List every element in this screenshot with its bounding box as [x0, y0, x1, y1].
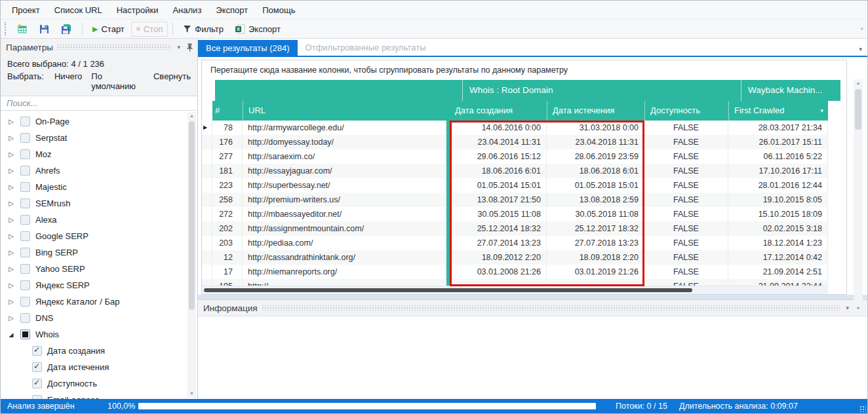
- checkbox[interactable]: [20, 248, 30, 257]
- expander-icon[interactable]: ▷: [7, 118, 15, 125]
- column-header-availability[interactable]: Доступность: [644, 101, 728, 121]
- tree-item[interactable]: ▷On-Page: [1, 113, 197, 130]
- column-header-url[interactable]: URL: [243, 101, 446, 121]
- panel-splitter[interactable]: [198, 295, 867, 299]
- panel-drag-texture[interactable]: [57, 45, 172, 50]
- expander-icon[interactable]: ◢: [7, 331, 15, 338]
- expander-icon[interactable]: ▷: [7, 216, 15, 223]
- checkbox[interactable]: [20, 166, 30, 176]
- tree-item[interactable]: ▷Serpstat: [1, 130, 197, 146]
- expander-icon[interactable]: ▷: [7, 200, 15, 207]
- tree-item[interactable]: ▷Yahoo SERP: [1, 261, 197, 277]
- horizontal-scrollbar[interactable]: [202, 286, 828, 294]
- checkbox[interactable]: [20, 117, 30, 126]
- expander-icon[interactable]: ▷: [7, 183, 15, 191]
- checkbox[interactable]: [20, 215, 30, 225]
- column-header-date-expires[interactable]: Дата истечения: [547, 101, 644, 121]
- tree-item[interactable]: Дата истечения: [1, 359, 197, 375]
- table-row[interactable]: 272http://mbaessayeditor.net/30.05.2015 …: [202, 207, 828, 221]
- tree-item[interactable]: Email-адреса: [1, 392, 197, 399]
- tree-item[interactable]: ▷Google SERP: [1, 228, 197, 244]
- column-header-first-crawled[interactable]: First Crawled ▾: [728, 101, 828, 121]
- expander-icon[interactable]: ▷: [7, 134, 15, 141]
- pin-icon[interactable]: [186, 43, 193, 52]
- grid-vertical-scrollbar[interactable]: ▲ ▼: [854, 79, 863, 312]
- expander-icon[interactable]: ▷: [7, 233, 15, 240]
- checkbox[interactable]: [20, 149, 30, 159]
- checkbox[interactable]: [20, 198, 30, 208]
- toolbar-grip-handle[interactable]: [5, 22, 7, 35]
- checkbox[interactable]: [20, 264, 30, 274]
- menu-item-analysis[interactable]: Анализ: [165, 2, 208, 18]
- panel-menu-chevron-icon[interactable]: ▾: [844, 305, 851, 311]
- tree-item[interactable]: ▷Alexa: [1, 212, 197, 228]
- tab-overflow-chevron-icon[interactable]: ▾: [859, 46, 862, 52]
- checkbox[interactable]: [20, 182, 30, 192]
- band-wayback-machine[interactable]: Wayback Machin...: [741, 80, 840, 101]
- checkbox[interactable]: [20, 133, 30, 143]
- group-by-hint[interactable]: Перетащите сюда название колонки, чтобы …: [202, 60, 846, 80]
- panel-menu-chevron-icon[interactable]: ▾: [175, 44, 182, 50]
- scroll-up-icon[interactable]: ▲: [187, 112, 196, 120]
- checkbox[interactable]: [20, 297, 30, 307]
- save-all-button[interactable]: [56, 22, 77, 37]
- column-header-date-created[interactable]: Дата создания: [450, 101, 547, 121]
- toolbar-overflow-icon[interactable]: ▾: [860, 26, 863, 32]
- panel-drag-texture[interactable]: [262, 305, 840, 310]
- scroll-thumb[interactable]: [855, 89, 861, 130]
- tree-item[interactable]: ▷Яндекс Каталог / Бар: [1, 293, 197, 310]
- checkbox[interactable]: [32, 362, 42, 372]
- table-row[interactable]: 17http://niemanreports.org/03.01.2008 21…: [202, 265, 828, 279]
- tree-item[interactable]: ◢Whois: [1, 326, 197, 343]
- checkbox[interactable]: [20, 280, 30, 290]
- sort-chevron-icon[interactable]: ▾: [820, 101, 823, 121]
- search-input[interactable]: [1, 96, 197, 110]
- tree-item[interactable]: ▷DNS: [1, 310, 197, 326]
- tree-item[interactable]: Дата создания: [1, 343, 197, 359]
- filter-button[interactable]: Фильтр: [178, 22, 229, 37]
- expander-icon[interactable]: ▷: [7, 249, 15, 256]
- table-row[interactable]: 203http://pediaa.com/27.07.2014 13:2327.…: [202, 236, 828, 250]
- tab-all-results[interactable]: Все результаты (284): [198, 40, 298, 57]
- tree-item[interactable]: ▷SEMrush: [1, 195, 197, 212]
- tree-item[interactable]: Доступность: [1, 375, 197, 392]
- tree-item[interactable]: ▷Ahrefs: [1, 162, 197, 179]
- table-row[interactable]: ▶78http://armywarcollege.edu/14.06.2016 …: [202, 121, 828, 135]
- save-button[interactable]: [34, 22, 54, 37]
- tree-item[interactable]: ▷Bing SERP: [1, 244, 197, 261]
- menu-item-export[interactable]: Экспорт: [208, 2, 255, 18]
- stop-button[interactable]: ■ Стоп: [131, 22, 168, 37]
- expander-icon[interactable]: ▷: [7, 167, 15, 174]
- tree-item[interactable]: ▷Яндекс SERP: [1, 277, 197, 293]
- scroll-up-icon[interactable]: ▲: [854, 79, 863, 87]
- expander-icon[interactable]: ▷: [7, 282, 15, 289]
- tab-filtered-results[interactable]: Отфильтрованные результаты: [298, 40, 434, 56]
- start-button[interactable]: ▶ Старт: [87, 22, 130, 37]
- expander-icon[interactable]: ▷: [7, 298, 15, 305]
- table-row[interactable]: 258http://premium-writers.us/13.08.2017 …: [202, 193, 828, 207]
- menu-item-url-list[interactable]: Список URL: [47, 2, 109, 18]
- tree-item[interactable]: ▷Majestic: [1, 179, 197, 195]
- expander-icon[interactable]: ▷: [7, 314, 15, 322]
- table-row[interactable]: 181http://essayjaguar.com/18.06.2016 6:0…: [202, 164, 828, 178]
- menu-item-project[interactable]: Проект: [5, 2, 47, 18]
- checkbox[interactable]: [32, 346, 42, 356]
- scroll-down-icon[interactable]: ▼: [854, 305, 863, 312]
- column-header-number[interactable]: #: [212, 101, 243, 121]
- table-row[interactable]: 12http://cassandrathinktank.org/18.09.20…: [202, 250, 828, 265]
- checkbox[interactable]: [20, 313, 30, 323]
- table-row[interactable]: 277http://saraexim.co/29.06.2016 15:1228…: [202, 149, 828, 164]
- scroll-down-icon[interactable]: ▼: [187, 390, 196, 398]
- scroll-thumb[interactable]: [189, 121, 195, 310]
- resize-grip[interactable]: [859, 405, 866, 412]
- tree-vertical-scrollbar[interactable]: ▲ ▼: [187, 112, 196, 398]
- scroll-thumb[interactable]: [204, 288, 692, 292]
- menu-item-help[interactable]: Помощь: [255, 2, 302, 18]
- select-none-link[interactable]: Ничего: [54, 71, 82, 91]
- checkbox[interactable]: [20, 231, 30, 241]
- export-button[interactable]: X Экспорт: [230, 22, 286, 37]
- new-project-button[interactable]: [12, 21, 33, 37]
- expander-icon[interactable]: ▷: [7, 151, 15, 158]
- checkbox[interactable]: [20, 329, 30, 339]
- select-default-link[interactable]: По умолчанию: [91, 71, 144, 91]
